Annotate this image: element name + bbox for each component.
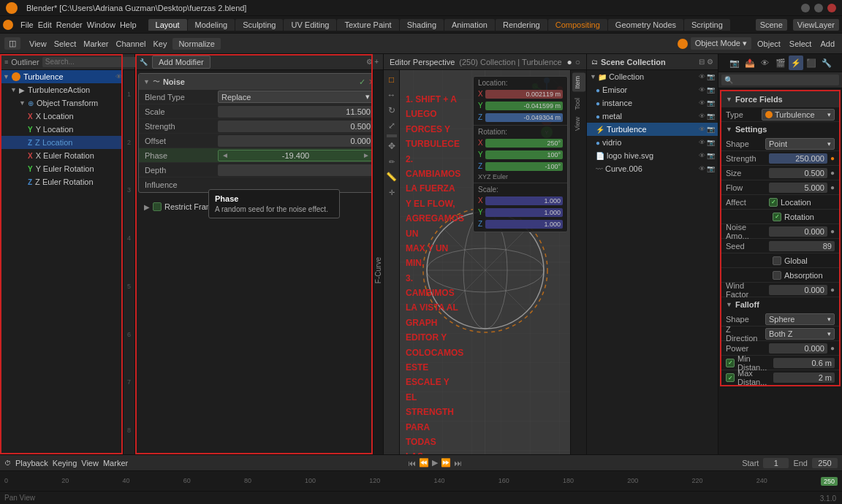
menu-edit[interactable]: Edit (38, 20, 52, 29)
view-menu[interactable]: View (26, 39, 50, 48)
rotation-y-value[interactable]: 100° (485, 150, 563, 159)
ff-max-dist-value[interactable]: 2 m (773, 373, 835, 383)
tool-cursor[interactable]: ✛ (385, 186, 398, 199)
em-eye-icon[interactable]: 👁 (699, 86, 705, 93)
ff-strength-value[interactable]: 250.000 (769, 153, 827, 164)
object-menu[interactable]: Object (754, 39, 784, 48)
prop-output-icon[interactable]: 📤 (743, 56, 757, 70)
inst-eye-icon[interactable]: 👁 (699, 99, 705, 107)
tab-geometry-nodes[interactable]: Geometry Nodes (608, 19, 683, 31)
key-menu[interactable]: Key (150, 39, 170, 48)
met-cam-icon[interactable]: 📷 (707, 112, 715, 120)
vid-cam-icon[interactable]: 📷 (707, 139, 715, 146)
depth-field[interactable] (218, 164, 373, 176)
minimize-button[interactable] (801, 4, 810, 12)
close-button[interactable] (827, 4, 836, 12)
keying-menu[interactable]: Keying (53, 459, 77, 467)
ff-strength-dot[interactable]: ● (830, 154, 835, 162)
collection-item-instance[interactable]: ● instance 👁 📷 (587, 96, 718, 110)
marker-menu-tl[interactable]: Marker (103, 459, 128, 467)
modifier-plus-icon[interactable]: + (374, 58, 379, 66)
rotation-z-value[interactable]: -100° (485, 162, 563, 171)
maximize-button[interactable] (814, 4, 823, 12)
noise-check-icon[interactable]: ✓ (359, 77, 365, 87)
phase-next-icon[interactable]: ► (363, 151, 370, 159)
tool-move[interactable]: ↔ (385, 88, 398, 102)
tab-texture-paint[interactable]: Texture Paint (337, 19, 398, 31)
start-frame-input[interactable] (763, 458, 789, 468)
jump-end-icon[interactable]: ⏭ (454, 459, 462, 467)
scene-name[interactable]: Scene (756, 19, 787, 31)
ff-falloff-shape-selector[interactable]: Sphere ▾ (765, 313, 835, 325)
location-z-value[interactable]: -0.049304 m (485, 113, 563, 122)
ff-type-selector[interactable]: Turbulence ▾ (762, 109, 835, 121)
prop-physics-icon[interactable]: ⚡ (789, 56, 803, 70)
outliner-item-yloc[interactable]: Y Y Location 🔒 (0, 123, 134, 136)
end-frame-input[interactable] (812, 458, 838, 468)
em-cam-icon[interactable]: 📷 (707, 86, 715, 93)
ff-shape-selector[interactable]: Point ▾ (765, 138, 835, 150)
restrict-frame-expand[interactable]: ▶ (144, 203, 150, 211)
tool-scale[interactable]: ⤢ (385, 119, 398, 132)
force-fields-header[interactable]: ▼ Force Fields (721, 91, 839, 107)
phase-prev-icon[interactable]: ◄ (221, 151, 229, 159)
phase-field[interactable]: ◄ -19.400 ► (218, 150, 373, 161)
tab-modeling[interactable]: Modeling (188, 19, 235, 31)
outliner-item-zeuler[interactable]: Z Z Euler Rotation 🔒 (0, 175, 134, 188)
absorption-checkbox[interactable] (773, 271, 781, 280)
ff-flow-value[interactable]: 5.000 (769, 183, 827, 193)
modifier-settings-icon[interactable]: ⚙ (366, 58, 373, 66)
channel-menu[interactable]: Channel (113, 39, 148, 48)
location-x-value[interactable]: 0.002119 m (485, 90, 563, 99)
viewport-wire-icon[interactable]: ○ (575, 57, 580, 67)
tab-shading[interactable]: Shading (400, 19, 444, 31)
inst-cam-icon[interactable]: 📷 (707, 99, 715, 107)
normalize-button[interactable]: Normalize (172, 38, 221, 50)
ff-min-dist-value[interactable]: 0.6 m (773, 358, 835, 368)
jump-start-icon[interactable]: ⏮ (408, 459, 416, 467)
collection-item-turbulence[interactable]: ⚡ Turbulence 👁 📷 (587, 123, 718, 136)
ff-power-value[interactable]: 0.000 (769, 343, 827, 354)
select-menu[interactable]: Select (51, 39, 80, 48)
menu-help[interactable]: Help (120, 20, 137, 29)
play-icon[interactable]: ▶ (432, 458, 438, 467)
turb-cam-icon[interactable]: 📷 (707, 126, 715, 133)
add-menu[interactable]: Add (817, 39, 838, 48)
outliner-search[interactable] (42, 57, 141, 67)
scale-z-value[interactable]: 1.000 (485, 220, 563, 229)
prop-search-input[interactable] (721, 75, 839, 85)
curve-eye-icon[interactable]: 👁 (699, 165, 705, 172)
collection-item-root[interactable]: ▼ 📁 Collection 👁 📷 (587, 70, 718, 83)
curve-cam-icon[interactable]: 📷 (707, 165, 715, 172)
menu-render[interactable]: Render (56, 20, 83, 29)
tab-rendering[interactable]: Rendering (496, 19, 547, 31)
tool-select-box[interactable]: □ (385, 73, 398, 86)
marker-menu[interactable]: Marker (80, 39, 111, 48)
menu-window[interactable]: Window (87, 20, 115, 29)
min-dist-checkbox[interactable]: ✓ (726, 359, 735, 367)
vid-eye-icon[interactable]: 👁 (699, 139, 705, 146)
prop-render-icon[interactable]: 📷 (727, 56, 742, 70)
settings-icon[interactable]: ⚙ (707, 58, 713, 66)
tab-layout[interactable]: Layout (148, 19, 187, 31)
turb-eye-icon[interactable]: 👁 (699, 126, 705, 133)
ff-zdirection-selector[interactable]: Both Z ▾ (765, 328, 835, 340)
location-checkbox[interactable]: ✓ (769, 198, 778, 207)
col-cam-icon[interactable]: 📷 (707, 73, 715, 80)
tab-compositing[interactable]: Compositing (548, 19, 607, 31)
tab-tool[interactable]: Tool (572, 95, 585, 113)
outliner-item-turbulence[interactable]: ▼ Turbulence 👁 📷 (0, 70, 134, 83)
location-y-value[interactable]: -0.041599 m (485, 102, 563, 110)
tool-measure[interactable]: 📏 (385, 170, 398, 183)
menu-file[interactable]: File (20, 20, 34, 29)
ff-wind-value[interactable]: 0.000 (769, 285, 827, 295)
collection-item-vidrio[interactable]: ● vidrio 👁 📷 (587, 136, 718, 149)
view-menu-tl[interactable]: View (81, 459, 99, 467)
noise-expand-icon[interactable]: ▼ (143, 78, 150, 85)
tool-annotate[interactable]: ✏ (385, 155, 398, 168)
filter-icon[interactable]: ⊟ (699, 58, 705, 66)
prop-object-icon[interactable]: ⬛ (804, 56, 819, 70)
collection-item-logo[interactable]: 📄 logo hive.svg 👁 📷 (587, 149, 718, 162)
editor-type-selector[interactable]: ◫ (4, 37, 20, 50)
prev-frame-icon[interactable]: ⏪ (419, 458, 429, 467)
